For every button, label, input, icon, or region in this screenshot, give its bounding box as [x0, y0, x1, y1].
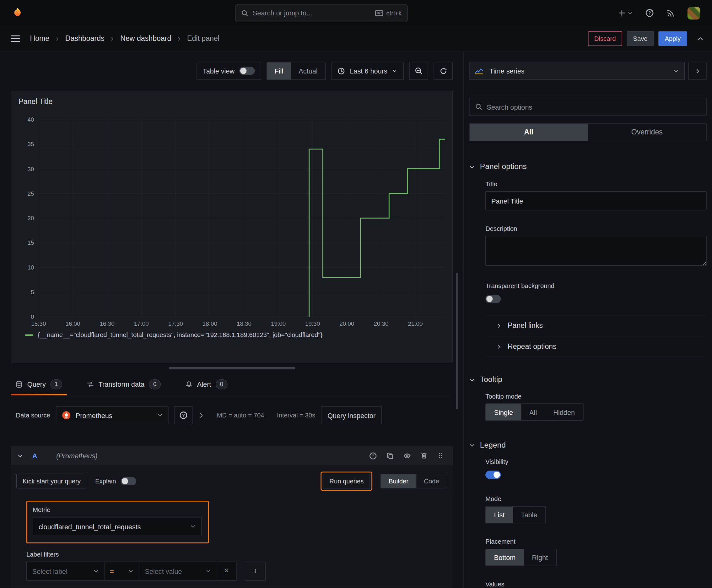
datasource-name: Prometheus: [75, 412, 112, 419]
breadcrumb-dashboards[interactable]: Dashboards: [65, 35, 105, 43]
apply-button[interactable]: Apply: [658, 31, 687, 46]
query-options-expand-button[interactable]: [199, 413, 205, 418]
legend-visibility-label: Visibility: [486, 458, 706, 465]
zoom-out-button[interactable]: [409, 62, 428, 80]
explain-toggle[interactable]: [121, 477, 136, 485]
title-field-label: Title: [486, 180, 706, 188]
legend-series-label[interactable]: {__name__="cloudflared_tunnel_total_requ…: [38, 331, 322, 338]
visualization-picker[interactable]: Time series: [469, 62, 685, 80]
tooltip-mode-hidden[interactable]: Hidden: [545, 404, 583, 420]
breadcrumb-new-dashboard[interactable]: New dashboard: [120, 35, 171, 43]
tab-overrides[interactable]: Overrides: [588, 123, 706, 141]
chevron-down-icon: [128, 568, 133, 573]
time-range-label: Last 6 hours: [350, 67, 387, 75]
legend-series-swatch[interactable]: [25, 334, 33, 335]
zoom-out-icon: [415, 67, 423, 75]
duplicate-query-button[interactable]: [386, 452, 394, 459]
legend-placement-right[interactable]: Right: [524, 549, 556, 566]
chevron-right-icon: [177, 36, 182, 41]
panel-options-header[interactable]: Panel options: [469, 162, 706, 171]
panel-links-row[interactable]: Panel links: [486, 315, 706, 336]
drag-query-handle[interactable]: [437, 452, 444, 459]
breadcrumb-home[interactable]: Home: [30, 35, 49, 43]
builder-option[interactable]: Builder: [381, 474, 416, 488]
legend-mode-list[interactable]: List: [486, 507, 513, 523]
search-icon: [241, 9, 248, 17]
tooltip-mode-single[interactable]: Single: [486, 404, 521, 420]
kick-start-button[interactable]: Kick start your query: [16, 474, 87, 488]
menu-toggle-button[interactable]: [11, 35, 20, 42]
panel-preview-title[interactable]: Panel Title: [19, 98, 445, 106]
delete-query-button[interactable]: [420, 452, 428, 459]
help-icon: ?: [645, 8, 654, 17]
code-option[interactable]: Code: [416, 474, 447, 488]
label-select[interactable]: Select label: [26, 562, 105, 581]
tab-transform-data[interactable]: Transform data 0: [82, 374, 166, 395]
tab-alert[interactable]: Alert 0: [181, 374, 232, 395]
query-count-badge: 1: [50, 379, 62, 389]
help-button[interactable]: ?: [645, 8, 654, 17]
add-filter-button[interactable]: +: [245, 562, 266, 581]
panel-resize-handle[interactable]: [169, 367, 295, 370]
query-row-header[interactable]: A (Prometheus) ?: [11, 446, 453, 465]
chevron-right-icon: [199, 413, 205, 418]
news-button[interactable]: [667, 9, 675, 17]
tab-all[interactable]: All: [470, 123, 588, 141]
hide-query-button[interactable]: [403, 452, 411, 460]
run-queries-button[interactable]: Run queries: [323, 474, 370, 488]
legend-visibility-toggle[interactable]: [486, 470, 501, 479]
chevron-right-icon: [55, 36, 60, 41]
grafana-logo-icon[interactable]: [11, 6, 24, 20]
options-search-input[interactable]: [487, 103, 701, 111]
editor-tabs: Query 1 Transform data 0 Alert 0: [11, 374, 453, 395]
chevron-down-icon: [469, 164, 475, 170]
panel-title-input[interactable]: [486, 191, 706, 210]
chevron-right-icon: [110, 36, 115, 41]
toggle-viz-pane-button[interactable]: [688, 62, 707, 80]
datasource-picker[interactable]: Prometheus: [56, 406, 169, 424]
chevron-down-icon: [469, 442, 475, 448]
run-queries-highlight: Run queries: [321, 471, 372, 491]
datasource-row: Data source Prometheus ? MD = auto = 704…: [11, 405, 453, 425]
tooltip-section-body: Tooltip mode Single All Hidden: [469, 393, 706, 421]
left-scrollbar[interactable]: [456, 273, 458, 409]
value-select[interactable]: Select value: [139, 562, 217, 581]
query-inspector-button[interactable]: Query inspector: [321, 406, 382, 424]
user-avatar[interactable]: [688, 6, 700, 19]
remove-filter-button[interactable]: ×: [217, 562, 237, 581]
query-help-button[interactable]: ?: [369, 452, 377, 460]
plus-icon: [618, 9, 626, 17]
tooltip-section-header[interactable]: Tooltip: [469, 375, 706, 384]
panel-preview: Panel Title 0510152025303540 15:3016:001…: [11, 91, 453, 362]
label-filters-label: Label filters: [26, 551, 453, 558]
legend-section-header[interactable]: Legend: [469, 441, 706, 450]
save-button[interactable]: Save: [627, 31, 654, 46]
transparent-background-toggle[interactable]: [486, 295, 501, 303]
panel-description-input[interactable]: [486, 236, 706, 266]
options-search[interactable]: [469, 98, 706, 116]
tab-query[interactable]: Query 1: [11, 374, 67, 395]
table-view-toggle[interactable]: [239, 67, 255, 75]
plot-area: [39, 119, 445, 317]
operator-select[interactable]: =: [104, 562, 139, 581]
tooltip-mode-all[interactable]: All: [521, 404, 545, 420]
collapse-header-button[interactable]: [697, 35, 704, 42]
refresh-button[interactable]: [434, 62, 453, 80]
actual-option[interactable]: Actual: [291, 62, 325, 80]
time-range-picker[interactable]: Last 6 hours: [331, 62, 404, 80]
repeat-options-row[interactable]: Repeat options: [486, 336, 706, 357]
content: Table view Fill Actual Last 6 hours: [0, 52, 712, 588]
transparent-background-label: Transparent background: [486, 282, 706, 289]
legend-placement-label: Placement: [486, 538, 706, 545]
new-menu-button[interactable]: [618, 9, 632, 17]
datasource-help-button[interactable]: ?: [175, 406, 193, 424]
fill-option[interactable]: Fill: [267, 62, 291, 80]
metric-select[interactable]: cloudflared_tunnel_total_requests: [33, 517, 201, 536]
legend-mode-table[interactable]: Table: [513, 507, 546, 523]
chevron-down-icon: [206, 568, 211, 573]
time-series-viz-icon: [475, 67, 485, 75]
global-search-input[interactable]: Search or jump to... ctrl+k: [235, 4, 408, 22]
time-series-chart[interactable]: [39, 119, 445, 317]
discard-button[interactable]: Discard: [588, 31, 622, 46]
legend-placement-bottom[interactable]: Bottom: [486, 549, 524, 566]
